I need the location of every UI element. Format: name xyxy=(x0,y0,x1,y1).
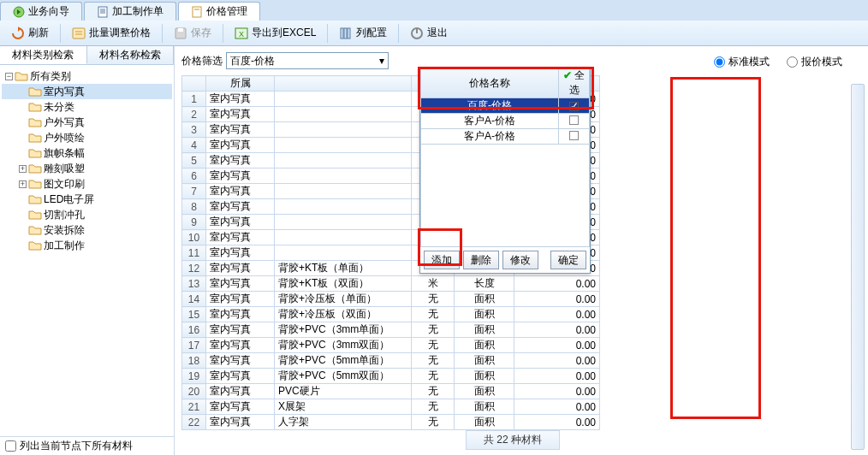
cell-category[interactable]: 室内写真 xyxy=(206,107,275,122)
cell-name[interactable]: 背胶+KT板（双面） xyxy=(275,276,412,292)
cell-unit[interactable]: 无 xyxy=(412,307,455,322)
category-tree[interactable]: − 所有类别 +室内写真+未分类+户外写真+户外喷绘+旗帜条幅+雕刻吸塑+图文印… xyxy=(0,65,174,436)
cell-name[interactable]: 背胶+PVC（5mm单面） xyxy=(275,353,412,369)
col-name[interactable] xyxy=(275,76,412,92)
export-excel-button[interactable]: X 导出到EXCEL xyxy=(229,23,322,43)
tree-node[interactable]: +户外写真 xyxy=(2,115,172,130)
save-button[interactable]: 保存 xyxy=(168,23,217,43)
cell-name[interactable] xyxy=(275,230,412,245)
cell-category[interactable]: 室内写真 xyxy=(206,184,275,199)
table-row[interactable]: 16室内写真背胶+PVC（3mm单面）无面积0.00 xyxy=(182,322,600,338)
cell-unit[interactable]: 无 xyxy=(412,384,455,399)
price-filter-select[interactable]: 百度-价格 ▾ xyxy=(226,52,389,69)
cell-calc[interactable]: 面积 xyxy=(455,307,514,322)
cell-name[interactable]: 人字架 xyxy=(275,415,412,430)
cell-category[interactable]: 室内写真 xyxy=(206,245,275,261)
cell-name[interactable] xyxy=(275,245,412,261)
popup-col-selectall[interactable]: ✔ 全选 xyxy=(559,68,590,98)
cell-price[interactable]: 0.00 xyxy=(514,369,600,384)
popup-item-check[interactable] xyxy=(559,129,590,145)
cell-name[interactable] xyxy=(275,138,412,153)
cell-unit[interactable]: 无 xyxy=(412,292,455,307)
table-row[interactable]: 13室内写真背胶+KT板（双面）米长度0.00 xyxy=(182,276,600,292)
tree-root[interactable]: − 所有类别 xyxy=(2,68,172,84)
cell-name[interactable] xyxy=(275,184,412,199)
cell-price[interactable]: 0.00 xyxy=(514,307,600,322)
vertical-scrollbar[interactable] xyxy=(851,84,865,450)
table-row[interactable]: 21室内写真X展架无面积0.00 xyxy=(182,399,600,415)
cell-category[interactable]: 室内写真 xyxy=(206,384,275,399)
popup-modify-button[interactable]: 修改 xyxy=(502,251,538,269)
cell-price[interactable]: 0.00 xyxy=(514,353,600,369)
cell-price[interactable]: 0.00 xyxy=(514,292,600,307)
cell-price[interactable]: 0.00 xyxy=(514,384,600,399)
cell-name[interactable]: X展架 xyxy=(275,399,412,415)
cell-name[interactable] xyxy=(275,92,412,107)
table-row[interactable]: 18室内写真背胶+PVC（5mm单面）无面积0.00 xyxy=(182,353,600,369)
cell-calc[interactable]: 面积 xyxy=(455,369,514,384)
cell-category[interactable]: 室内写真 xyxy=(206,138,275,153)
popup-item-name[interactable]: 百度-价格 xyxy=(421,98,559,114)
popup-col-name[interactable]: 价格名称 xyxy=(421,68,559,98)
cell-category[interactable]: 室内写真 xyxy=(206,153,275,168)
cell-calc[interactable]: 面积 xyxy=(455,384,514,399)
cell-category[interactable]: 室内写真 xyxy=(206,276,275,292)
tree-node[interactable]: +图文印刷 xyxy=(2,176,172,192)
cell-category[interactable]: 室内写真 xyxy=(206,292,275,307)
cell-unit[interactable]: 无 xyxy=(412,353,455,369)
cell-calc[interactable]: 面积 xyxy=(455,415,514,430)
cell-category[interactable]: 室内写真 xyxy=(206,353,275,369)
cell-category[interactable]: 室内写真 xyxy=(206,199,275,215)
radio-standard[interactable] xyxy=(714,56,725,68)
cell-price[interactable]: 0.00 xyxy=(514,338,600,353)
table-row[interactable]: 17室内写真背胶+PVC（3mm双面）无面积0.00 xyxy=(182,338,600,353)
cell-price[interactable]: 0.00 xyxy=(514,415,600,430)
cell-category[interactable]: 室内写真 xyxy=(206,168,275,184)
cell-category[interactable]: 室内写真 xyxy=(206,92,275,107)
tree-node[interactable]: +安装拆除 xyxy=(2,222,172,238)
tree-node[interactable]: +旗帜条幅 xyxy=(2,145,172,161)
cell-name[interactable]: 背胶+PVC（5mm双面） xyxy=(275,369,412,384)
tab-price-management[interactable]: 价格管理 xyxy=(178,2,260,21)
refresh-button[interactable]: 刷新 xyxy=(5,23,55,43)
popup-item-name[interactable]: 客户A-价格 xyxy=(421,114,559,129)
cell-calc[interactable]: 面积 xyxy=(455,338,514,353)
table-row[interactable]: 22室内写真人字架无面积0.00 xyxy=(182,415,600,430)
list-all-checkbox[interactable] xyxy=(5,440,16,452)
tree-node[interactable]: +雕刻吸塑 xyxy=(2,161,172,176)
cell-price[interactable]: 0.00 xyxy=(514,322,600,338)
cell-category[interactable]: 室内写真 xyxy=(206,369,275,384)
cell-name[interactable]: 背胶+PVC（3mm双面） xyxy=(275,338,412,353)
cell-calc[interactable]: 面积 xyxy=(455,292,514,307)
tree-node[interactable]: +加工制作 xyxy=(2,238,172,253)
col-category[interactable]: 所属 xyxy=(206,76,275,92)
cell-category[interactable]: 室内写真 xyxy=(206,338,275,353)
table-row[interactable]: 19室内写真背胶+PVC（5mm双面）无面积0.00 xyxy=(182,369,600,384)
cell-name[interactable]: 背胶+冷压板（双面） xyxy=(275,307,412,322)
popup-add-button[interactable]: 添加 xyxy=(424,251,460,269)
col-rownum[interactable] xyxy=(182,76,206,92)
popup-item-check[interactable] xyxy=(559,114,590,129)
batch-adjust-button[interactable]: 批量调整价格 xyxy=(66,23,157,43)
cell-unit[interactable]: 无 xyxy=(412,415,455,430)
cell-category[interactable]: 室内写真 xyxy=(206,261,275,276)
popup-ok-button[interactable]: 确定 xyxy=(550,251,586,269)
cell-category[interactable]: 室内写真 xyxy=(206,122,275,138)
cell-category[interactable]: 室内写真 xyxy=(206,307,275,322)
tree-node[interactable]: +切割冲孔 xyxy=(2,207,172,222)
table-row[interactable]: 14室内写真背胶+冷压板（单面）无面积0.00 xyxy=(182,292,600,307)
cell-category[interactable]: 室内写真 xyxy=(206,415,275,430)
tree-node[interactable]: +未分类 xyxy=(2,99,172,115)
mode-standard[interactable]: 标准模式 xyxy=(714,55,770,69)
table-row[interactable]: 20室内写真PVC硬片无面积0.00 xyxy=(182,384,600,399)
radio-quote[interactable] xyxy=(787,56,798,68)
cell-category[interactable]: 室内写真 xyxy=(206,215,275,230)
popup-delete-button[interactable]: 删除 xyxy=(463,251,499,269)
tree-node[interactable]: +户外喷绘 xyxy=(2,130,172,145)
cell-calc[interactable]: 长度 xyxy=(455,276,514,292)
popup-item-name[interactable]: 客户A-价格 xyxy=(421,129,559,145)
cell-price[interactable]: 0.00 xyxy=(514,276,600,292)
cell-unit[interactable]: 无 xyxy=(412,338,455,353)
cell-category[interactable]: 室内写真 xyxy=(206,322,275,338)
exit-button[interactable]: 退出 xyxy=(404,23,454,43)
